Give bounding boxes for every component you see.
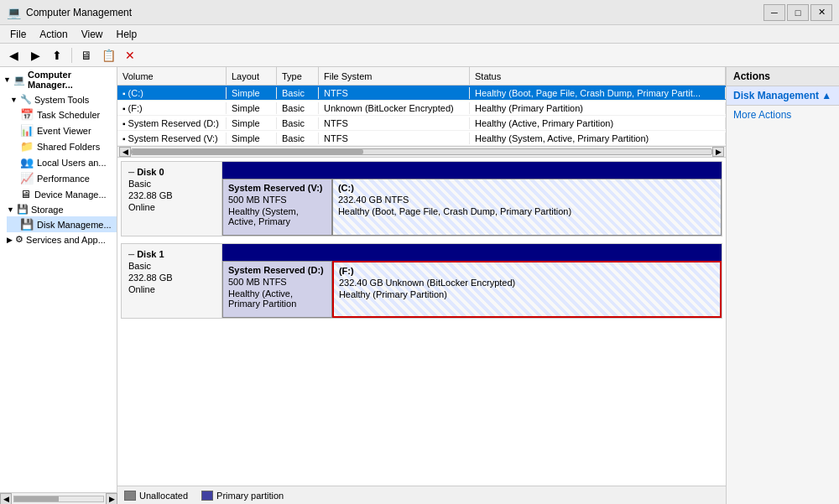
disk-0-content: System Reserved (V:) 500 MB NTFS Healthy… bbox=[222, 162, 722, 236]
disk-section: ─ Disk 0 Basic 232.88 GB Online System R… bbox=[117, 158, 726, 486]
cell-volume-3: ▪ System Reserved (V:) bbox=[117, 132, 227, 144]
properties-button[interactable]: 📋 bbox=[98, 46, 118, 65]
scroll-left-btn[interactable]: ◀ bbox=[0, 493, 12, 505]
menu-file[interactable]: File bbox=[3, 27, 33, 42]
sidebar-system-tools[interactable]: ▼ 🔧 System Tools bbox=[0, 92, 117, 107]
partition-name: (C:) bbox=[338, 183, 716, 193]
sidebar-item-disk-management[interactable]: 💾 Disk Manageme... bbox=[7, 216, 117, 232]
disk-0-status: Online bbox=[128, 202, 215, 212]
scroll-track[interactable] bbox=[131, 148, 712, 155]
cell-layout-2: Simple bbox=[227, 117, 277, 129]
disk-1-partition-1[interactable]: (F:) 232.40 GB Unknown (BitLocker Encryp… bbox=[332, 261, 722, 318]
scroll-right-btn[interactable]: ▶ bbox=[106, 493, 117, 505]
table-row[interactable]: ▪ (C:) Simple Basic NTFS Healthy (Boot, … bbox=[117, 86, 726, 101]
disk-1-partitions: System Reserved (D:) 500 MB NTFS Healthy… bbox=[222, 261, 722, 318]
storage-group: 💾 Disk Manageme... bbox=[0, 216, 117, 232]
partition-name: (F:) bbox=[339, 266, 715, 276]
disk-1-size: 232.88 GB bbox=[128, 273, 215, 283]
partition-status: Healthy (Primary Partition) bbox=[339, 289, 715, 299]
col-volume[interactable]: Volume bbox=[117, 67, 227, 85]
table-row[interactable]: ▪ (F:) Simple Basic Unknown (BitLocker E… bbox=[117, 101, 726, 116]
table-row[interactable]: ▪ System Reserved (D:) Simple Basic NTFS… bbox=[117, 116, 726, 131]
col-status[interactable]: Status bbox=[470, 67, 726, 85]
menu-action[interactable]: Action bbox=[33, 27, 74, 42]
disk-1-label: ─ Disk 1 Basic 232.88 GB Online bbox=[122, 244, 222, 318]
close-button[interactable]: ✕ bbox=[810, 4, 832, 21]
disk-management-label: Disk Manageme... bbox=[37, 220, 112, 230]
cell-layout-0: Simple bbox=[227, 87, 277, 99]
show-desktop-button[interactable]: 🖥 bbox=[76, 46, 96, 65]
sidebar-item-task-scheduler[interactable]: 📅 Task Scheduler bbox=[7, 107, 117, 122]
disk-1-status: Online bbox=[128, 284, 215, 294]
scroll-thumb bbox=[14, 496, 59, 501]
event-viewer-label: Event Viewer bbox=[37, 126, 91, 136]
content-area: Volume Layout Type File System Status ▪ … bbox=[117, 67, 726, 504]
services-chevron: ▶ bbox=[7, 236, 13, 244]
storage-chevron: ▼ bbox=[7, 205, 14, 214]
actions-panel: Actions Disk Management ▲ More Actions bbox=[726, 67, 839, 504]
window-controls: ─ □ ✕ bbox=[763, 4, 832, 21]
disk-1-partition-0[interactable]: System Reserved (D:) 500 MB NTFS Healthy… bbox=[222, 261, 332, 318]
sidebar-storage[interactable]: ▼ 💾 Storage bbox=[0, 202, 117, 216]
partition-status: Healthy (Boot, Page File, Crash Dump, Pr… bbox=[338, 206, 716, 216]
partition-size: 232.40 GB Unknown (BitLocker Encrypted) bbox=[339, 278, 715, 288]
legend-box-unallocated bbox=[124, 491, 136, 501]
disk-0-partitions: System Reserved (V:) 500 MB NTFS Healthy… bbox=[222, 179, 722, 236]
performance-label: Performance bbox=[37, 174, 90, 184]
forward-button[interactable]: ▶ bbox=[25, 46, 45, 65]
local-users-label: Local Users an... bbox=[37, 158, 107, 168]
disk-0-partition-0[interactable]: System Reserved (V:) 500 MB NTFS Healthy… bbox=[222, 179, 332, 236]
sidebar-item-performance[interactable]: 📈 Performance bbox=[7, 170, 117, 186]
scroll-left[interactable]: ◀ bbox=[119, 147, 131, 157]
system-tools-group: 📅 Task Scheduler 📊 Event Viewer 📁 Shared… bbox=[0, 107, 117, 202]
minimize-button[interactable]: ─ bbox=[763, 4, 785, 21]
col-type[interactable]: Type bbox=[277, 67, 319, 85]
storage-icon: 💾 bbox=[17, 204, 29, 215]
disk-0-bar bbox=[222, 162, 722, 179]
cell-fs-3: NTFS bbox=[319, 132, 470, 144]
delete-button[interactable]: ✕ bbox=[120, 46, 140, 65]
up-button[interactable]: ⬆ bbox=[47, 46, 67, 65]
sidebar-item-shared-folders[interactable]: 📁 Shared Folders bbox=[7, 138, 117, 154]
table-row[interactable]: ▪ System Reserved (V:) Simple Basic NTFS… bbox=[117, 131, 726, 146]
legend-bar: Unallocated Primary partition bbox=[117, 486, 726, 504]
shared-folders-icon: 📁 bbox=[20, 140, 34, 153]
sidebar-item-device-manager[interactable]: 🖥 Device Manage... bbox=[7, 186, 117, 202]
col-layout[interactable]: Layout bbox=[227, 67, 277, 85]
sidebar-root[interactable]: ▼ 💻 Computer Manager... bbox=[0, 67, 117, 92]
table-scroll-area[interactable]: ◀ ▶ bbox=[117, 146, 726, 158]
scroll-track[interactable] bbox=[13, 496, 104, 502]
toolbar-separator-1 bbox=[71, 48, 72, 63]
table-body: ▪ (C:) Simple Basic NTFS Healthy (Boot, … bbox=[117, 86, 726, 146]
device-manager-label: Device Manage... bbox=[34, 190, 107, 200]
partition-size: 500 MB NTFS bbox=[228, 277, 326, 287]
sidebar-item-local-users[interactable]: 👥 Local Users an... bbox=[7, 154, 117, 170]
col-filesystem[interactable]: File System bbox=[319, 67, 470, 85]
event-viewer-icon: 📊 bbox=[20, 124, 34, 137]
system-tools-label: System Tools bbox=[34, 95, 89, 105]
local-users-icon: 👥 bbox=[20, 156, 34, 169]
legend-primary: Primary partition bbox=[201, 491, 284, 501]
menu-view[interactable]: View bbox=[75, 27, 110, 42]
cell-type-3: Basic bbox=[277, 132, 319, 144]
task-scheduler-label: Task Scheduler bbox=[37, 110, 100, 120]
disk-1-content: System Reserved (D:) 500 MB NTFS Healthy… bbox=[222, 244, 722, 318]
sidebar-services[interactable]: ▶ ⚙ Services and App... bbox=[0, 232, 117, 247]
menu-help[interactable]: Help bbox=[110, 27, 144, 42]
scroll-thumb bbox=[132, 149, 363, 154]
more-actions[interactable]: More Actions bbox=[727, 106, 839, 124]
sidebar-item-event-viewer[interactable]: 📊 Event Viewer bbox=[7, 122, 117, 138]
root-chevron: ▼ bbox=[3, 75, 11, 84]
cell-layout-3: Simple bbox=[227, 132, 277, 144]
cell-volume-1: ▪ (F:) bbox=[117, 102, 227, 114]
services-label: Services and App... bbox=[26, 235, 106, 245]
main-container: ▼ 💻 Computer Manager... ▼ 🔧 System Tools… bbox=[0, 67, 839, 504]
back-button[interactable]: ◀ bbox=[3, 46, 23, 65]
system-tools-chevron: ▼ bbox=[10, 96, 18, 104]
disk-0-partition-1[interactable]: (C:) 232.40 GB NTFS Healthy (Boot, Page … bbox=[332, 179, 722, 236]
maximize-button[interactable]: □ bbox=[787, 4, 809, 21]
scroll-right[interactable]: ▶ bbox=[712, 147, 724, 157]
disk-management-action[interactable]: Disk Management ▲ bbox=[727, 86, 839, 106]
cell-fs-1: Unknown (BitLocker Encrypted) bbox=[319, 102, 470, 114]
actions-header: Actions bbox=[727, 67, 839, 86]
